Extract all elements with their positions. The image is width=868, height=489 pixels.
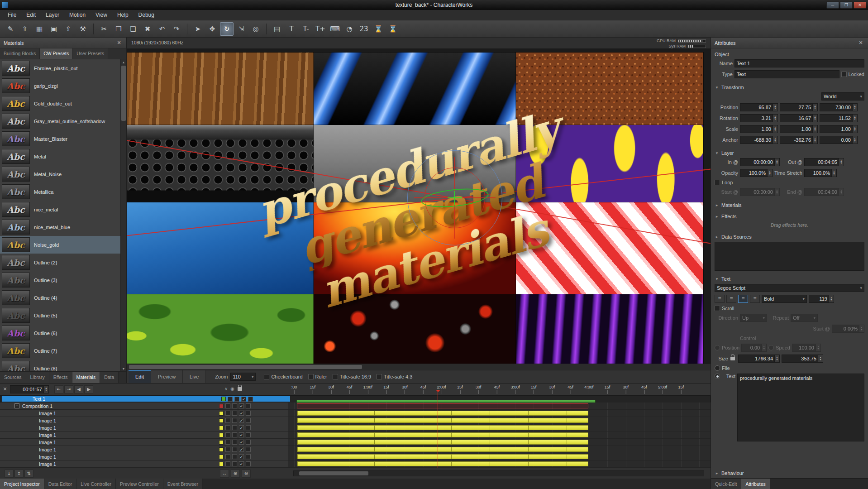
track-name-cell[interactable]: Image 1✓ xyxy=(0,439,288,446)
spinner-arrows[interactable]: ▲▼ xyxy=(829,295,834,302)
track-flag-checkbox[interactable] xyxy=(225,425,230,430)
menu-help[interactable]: Help xyxy=(112,10,134,19)
track-flag-checkbox[interactable] xyxy=(232,447,237,452)
track-flag-checkbox[interactable] xyxy=(225,440,230,445)
text-width-field[interactable]: 1766.34▲▼ xyxy=(738,355,780,363)
timer-tool-button[interactable]: ◔ xyxy=(343,22,356,36)
clip-bar[interactable] xyxy=(297,425,588,430)
scroll-checkbox[interactable] xyxy=(715,306,720,311)
spinner-arrows[interactable]: ▲▼ xyxy=(774,158,779,166)
align-justify-button[interactable]: ≡ xyxy=(750,295,760,303)
canvas-hscrollbar[interactable] xyxy=(127,364,711,370)
track-enabled-checkbox[interactable]: ✓ xyxy=(239,447,244,452)
opacity-field[interactable]: 100.0%▲▼ xyxy=(740,169,773,177)
select-tool-button[interactable]: ➤ xyxy=(191,22,205,36)
track-flag-checkbox[interactable] xyxy=(246,447,251,452)
track-flag-checkbox[interactable] xyxy=(232,454,237,459)
track-flag-checkbox[interactable] xyxy=(225,418,230,423)
spinner-arrows[interactable]: ▲▼ xyxy=(852,125,857,133)
spinner-arrows[interactable]: ▲▼ xyxy=(852,115,857,122)
track-row[interactable]: Image 1✓ xyxy=(0,439,711,446)
playhead[interactable] xyxy=(438,390,438,468)
redo-button[interactable]: ↷ xyxy=(170,22,183,36)
track-row[interactable]: Image 1✓ xyxy=(0,424,711,431)
anchor-z-field[interactable]: 0.00▲▼ xyxy=(820,136,858,144)
track-flag-checkbox[interactable] xyxy=(225,461,230,466)
track-enabled-checkbox[interactable]: ✓ xyxy=(239,425,244,430)
close-materials-icon[interactable]: ✕ xyxy=(115,40,123,46)
track-bars-cell[interactable] xyxy=(288,424,711,431)
position-x-field[interactable]: 95.87▲▼ xyxy=(740,103,778,111)
tab-edit[interactable]: Edit xyxy=(129,370,151,383)
track-flag-checkbox[interactable] xyxy=(248,397,253,402)
track-flag-checkbox[interactable] xyxy=(232,403,237,408)
spinner-arrows[interactable]: ▲▼ xyxy=(812,104,817,111)
rotation-z-field[interactable]: 11.52▲▼ xyxy=(820,114,858,122)
text-content-field[interactable]: procedurally generated materials xyxy=(737,374,864,441)
aspect-lock-icon[interactable] xyxy=(730,357,735,360)
position-z-field[interactable]: 730.00▲▼ xyxy=(820,103,858,111)
rotation-y-field[interactable]: 16.67▲▼ xyxy=(780,114,818,122)
tab-data[interactable]: Data xyxy=(100,372,119,383)
fit-timeline-button[interactable]: ↔ xyxy=(220,470,229,478)
clip-bar[interactable] xyxy=(297,440,588,445)
anchor-tool-button[interactable]: ◎ xyxy=(249,22,262,36)
track-flag-checkbox[interactable] xyxy=(225,411,230,416)
layer-section-header[interactable]: ▾Layer xyxy=(715,150,864,156)
track-enabled-checkbox[interactable]: ✓ xyxy=(239,432,244,437)
prev-frame-button[interactable]: ◀ xyxy=(74,385,83,393)
clip-bar[interactable] xyxy=(297,432,588,437)
material-item[interactable]: AbcMetallica xyxy=(0,183,120,201)
timeline-zoom-in-button[interactable]: ⊕ xyxy=(231,470,240,478)
track-row[interactable]: −Composition 1✓ xyxy=(0,403,711,410)
clip-bar[interactable] xyxy=(297,418,588,423)
tab-project-inspector[interactable]: Project Inspector xyxy=(0,479,44,489)
cut-button[interactable]: ✂ xyxy=(97,22,111,36)
data-sources-section-header[interactable]: ▸Data Sources xyxy=(715,234,864,240)
scale-y-field[interactable]: 1.00▲▼ xyxy=(780,125,818,133)
spinner-arrows[interactable]: ▲▼ xyxy=(773,104,777,111)
spinner-arrows[interactable]: ▲▼ xyxy=(774,355,779,362)
spinner-arrows[interactable]: ▲▼ xyxy=(818,355,823,362)
tools-settings-button[interactable]: ⚒ xyxy=(76,22,90,36)
save-image-button[interactable]: ▦ xyxy=(33,22,46,36)
scroll-start-field[interactable]: 0.00%▲▼ xyxy=(832,325,864,333)
preview-canvas[interactable]: procedurally generated materials xyxy=(127,48,711,364)
tab-cw-presets[interactable]: CW Presets xyxy=(40,48,73,59)
track-flag-checkbox[interactable] xyxy=(232,432,237,437)
track-bars-cell[interactable] xyxy=(288,460,711,467)
tab-event-browser[interactable]: Event Browser xyxy=(163,479,203,489)
track-flag-checkbox[interactable] xyxy=(225,447,230,452)
option-checkerboard[interactable]: Checkerboard xyxy=(264,374,302,379)
track-row[interactable]: Image 1✓ xyxy=(0,417,711,424)
menu-layer[interactable]: Layer xyxy=(41,10,64,19)
scale-z-field[interactable]: 1.00▲▼ xyxy=(820,125,858,133)
track-row[interactable]: Text 1✓ xyxy=(0,395,711,403)
text-height-field[interactable]: 353.75▲▼ xyxy=(782,355,823,363)
material-item[interactable]: AbcOutline (3) xyxy=(0,271,120,289)
text-increase-tool-button[interactable]: T+ xyxy=(314,22,327,36)
zoom-select[interactable]: 110▾ xyxy=(230,373,256,381)
menu-debug[interactable]: Debug xyxy=(134,10,159,19)
menu-file[interactable]: File xyxy=(3,10,21,19)
close-button[interactable]: ✕ xyxy=(854,1,866,9)
source-text-radio[interactable] xyxy=(715,374,720,379)
control-position-radio[interactable] xyxy=(715,345,720,350)
timeline-zoom-out-button[interactable]: ⊖ xyxy=(242,470,251,478)
material-item[interactable]: AbcOutline (7) xyxy=(0,342,120,360)
next-frame-button[interactable]: ▶ xyxy=(84,385,93,393)
object-name-field[interactable]: Text 1 xyxy=(734,59,864,67)
track-name-cell[interactable]: Text 1✓ xyxy=(2,396,291,402)
spinner-arrows[interactable]: ▲▼ xyxy=(859,325,864,332)
font-family-select[interactable]: Segoe Script▾ xyxy=(715,284,864,292)
clip-bar[interactable] xyxy=(297,454,588,459)
track-bars-cell[interactable] xyxy=(288,410,711,417)
align-right-button[interactable]: ≡ xyxy=(738,295,748,303)
spinner-arrows[interactable]: ▲▼ xyxy=(839,158,844,166)
track-flag-checkbox[interactable] xyxy=(225,454,230,459)
material-item[interactable]: AbcGold_double_out xyxy=(0,95,120,112)
copy-button[interactable]: ❐ xyxy=(112,22,125,36)
material-item[interactable]: AbcGray_metal_outline_softshadow xyxy=(0,112,120,130)
scroll-up-icon[interactable]: ▲ xyxy=(121,59,126,65)
close-timeline-icon[interactable]: ✕ xyxy=(0,386,10,392)
